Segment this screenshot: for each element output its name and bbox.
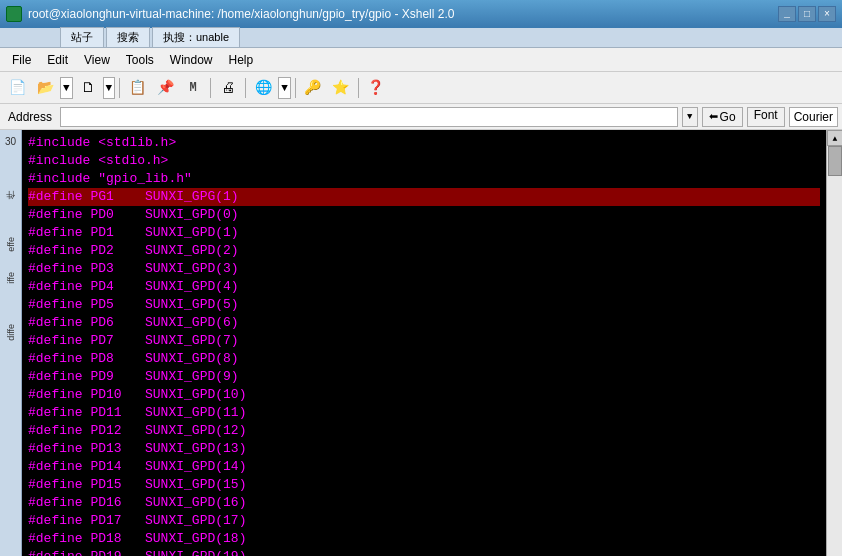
toolbar-globe-dropdown[interactable]: ▼	[278, 77, 291, 99]
toolbar-open-dropdown[interactable]: ▼	[60, 77, 73, 99]
address-input[interactable]	[60, 107, 678, 127]
code-line: #define PD19 SUNXI_GPD(19)	[28, 548, 820, 556]
label-30: 30	[5, 136, 16, 147]
code-line: #define PD9 SUNXI_GPD(9)	[28, 368, 820, 386]
menu-edit[interactable]: Edit	[39, 51, 76, 69]
main-area: 30 件 effe iffe diffe #include <stdlib.h>…	[0, 130, 842, 556]
toolbar-open-button[interactable]: 📂	[32, 75, 58, 101]
label-iffe: iffe	[6, 272, 16, 284]
address-dropdown-button[interactable]: ▼	[682, 107, 698, 127]
toolbar-sep1	[119, 78, 120, 98]
code-line: #define PD13 SUNXI_GPD(13)	[28, 440, 820, 458]
code-line: #define PD18 SUNXI_GPD(18)	[28, 530, 820, 548]
code-line: #include <stdio.h>	[28, 152, 820, 170]
toolbar-sep4	[295, 78, 296, 98]
toolbar-key-button[interactable]: 🔑	[300, 75, 326, 101]
code-line: #define PD11 SUNXI_GPD(11)	[28, 404, 820, 422]
menu-file[interactable]: File	[4, 51, 39, 69]
code-line: #define PD12 SUNXI_GPD(12)	[28, 422, 820, 440]
toolbar-sep3	[245, 78, 246, 98]
tab-search[interactable]: 搜索	[106, 27, 150, 47]
toolbar-star-button[interactable]: ⭐	[328, 75, 354, 101]
scroll-up-button[interactable]: ▲	[827, 130, 842, 146]
scroll-track[interactable]	[827, 146, 842, 556]
app-icon	[6, 6, 22, 22]
tab-unable[interactable]: 执搜：unable	[152, 27, 240, 47]
code-line: #define PD7 SUNXI_GPD(7)	[28, 332, 820, 350]
terminal[interactable]: #include <stdlib.h>#include <stdio.h>#in…	[22, 130, 826, 556]
font-button[interactable]: Font	[747, 107, 785, 127]
toolbar-paste-button[interactable]: 📌	[152, 75, 178, 101]
go-button[interactable]: ⬅ Go	[702, 107, 743, 127]
code-line: #define PD5 SUNXI_GPD(5)	[28, 296, 820, 314]
toolbar: 📄 📂 ▼ 🗋 ▼ 📋 📌 M 🖨 🌐 ▼ 🔑 ⭐ ❓	[0, 72, 842, 104]
code-line: #define PD4 SUNXI_GPD(4)	[28, 278, 820, 296]
address-bar: Address ▼ ⬅ Go Font Courier	[0, 104, 842, 130]
scroll-thumb[interactable]	[828, 146, 842, 176]
toolbar-special-button[interactable]: M	[180, 75, 206, 101]
toolbar-new-button[interactable]: 📄	[4, 75, 30, 101]
tab-stations[interactable]: 站子	[60, 27, 104, 47]
title-text: root@xiaolonghun-virtual-machine: /home/…	[28, 7, 772, 21]
toolbar-sep5	[358, 78, 359, 98]
toolbar-globe-button[interactable]: 🌐	[250, 75, 276, 101]
toolbar-copy-button[interactable]: 📋	[124, 75, 150, 101]
code-line: #include "gpio_lib.h"	[28, 170, 820, 188]
toolbar-help-button[interactable]: ❓	[363, 75, 389, 101]
code-line: #define PD2 SUNXI_GPD(2)	[28, 242, 820, 260]
left-sidebar: 30 件 effe iffe diffe	[0, 130, 22, 556]
code-line: #define PD16 SUNXI_GPD(16)	[28, 494, 820, 512]
code-line: #define PD6 SUNXI_GPD(6)	[28, 314, 820, 332]
code-line: #include <stdlib.h>	[28, 134, 820, 152]
close-button[interactable]: ×	[818, 6, 836, 22]
toolbar-print-button[interactable]: 🖨	[215, 75, 241, 101]
menu-help[interactable]: Help	[221, 51, 262, 69]
menu-bar: File Edit View Tools Window Help	[0, 48, 842, 72]
code-line: #define PD1 SUNXI_GPD(1)	[28, 224, 820, 242]
code-line: #define PD3 SUNXI_GPD(3)	[28, 260, 820, 278]
label-diffe: diffe	[6, 324, 16, 341]
toolbar-sep2	[210, 78, 211, 98]
toolbar-file2-dropdown[interactable]: ▼	[103, 77, 116, 99]
code-line: #define PD8 SUNXI_GPD(8)	[28, 350, 820, 368]
window-controls[interactable]: _ □ ×	[778, 6, 836, 22]
font-value: Courier	[789, 107, 838, 127]
menu-window[interactable]: Window	[162, 51, 221, 69]
code-line: #define PD14 SUNXI_GPD(14)	[28, 458, 820, 476]
code-line: #define PD0 SUNXI_GPD(0)	[28, 206, 820, 224]
label-effe: effe	[6, 237, 16, 252]
code-line: #define PD17 SUNXI_GPD(17)	[28, 512, 820, 530]
menu-view[interactable]: View	[76, 51, 118, 69]
code-line: #define PD15 SUNXI_GPD(15)	[28, 476, 820, 494]
toolbar-file2-button[interactable]: 🗋	[75, 75, 101, 101]
maximize-button[interactable]: □	[798, 6, 816, 22]
minimize-button[interactable]: _	[778, 6, 796, 22]
scrollbar[interactable]: ▲ ▼	[826, 130, 842, 556]
code-line: #define PD10 SUNXI_GPD(10)	[28, 386, 820, 404]
address-label: Address	[4, 110, 56, 124]
title-bar: root@xiaolonghun-virtual-machine: /home/…	[0, 0, 842, 28]
code-line: #define PG1 SUNXI_GPG(1)	[28, 188, 820, 206]
menu-tools[interactable]: Tools	[118, 51, 162, 69]
